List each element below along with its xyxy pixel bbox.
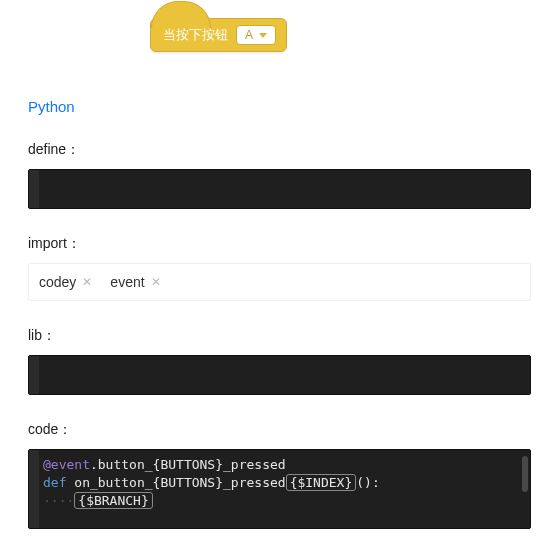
code-line: @event.button_{BUTTONS}_pressed — [29, 456, 530, 474]
import-tag: codey ✕ — [39, 274, 92, 290]
tag-label: event — [110, 274, 144, 290]
editor-gutter — [29, 356, 39, 394]
label-lib: lib： — [28, 327, 531, 345]
label-code: code： — [28, 421, 531, 439]
label-define: define： — [28, 141, 531, 159]
scrollbar-thumb[interactable] — [522, 456, 528, 492]
hat-block-button-pressed: 当按下按钮 A — [150, 18, 287, 52]
decorator-token: @event — [43, 457, 90, 472]
indent-dots: ···· — [43, 493, 74, 508]
keyword-token: def — [43, 475, 66, 490]
import-tags-input[interactable]: codey ✕ event ✕ — [28, 263, 531, 301]
tag-label: codey — [39, 274, 76, 290]
code-text: .button_{BUTTONS}_pressed — [90, 457, 286, 472]
editor-gutter — [29, 170, 39, 208]
label-import: import： — [28, 235, 531, 253]
define-editor[interactable] — [28, 169, 531, 209]
block-label: 当按下按钮 — [163, 26, 228, 44]
close-icon[interactable]: ✕ — [151, 275, 161, 289]
lib-editor[interactable] — [28, 355, 531, 395]
dropdown-value: A — [245, 28, 253, 42]
function-name: on_button_{BUTTONS}_pressed — [74, 475, 285, 490]
editor-gutter — [29, 450, 39, 528]
branch-placeholder[interactable]: {$BRANCH} — [74, 492, 152, 509]
button-dropdown[interactable]: A — [236, 25, 276, 45]
chevron-down-icon — [259, 33, 267, 38]
code-line: ····{$BRANCH} — [29, 492, 530, 510]
import-tag: event ✕ — [110, 274, 160, 290]
index-placeholder[interactable]: {$INDEX} — [286, 474, 357, 491]
code-text: (): — [356, 475, 379, 490]
code-editor[interactable]: @event.button_{BUTTONS}_pressed def on_b… — [28, 449, 531, 529]
tab-python[interactable]: Python — [28, 80, 531, 141]
close-icon[interactable]: ✕ — [82, 275, 92, 289]
code-line: def on_button_{BUTTONS}_pressed{$INDEX}(… — [29, 474, 530, 492]
